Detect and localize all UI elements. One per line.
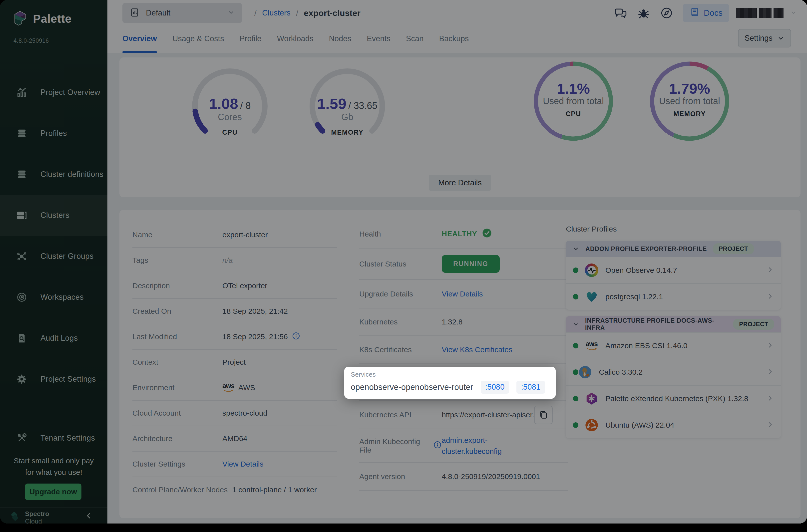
services-label: Services	[351, 370, 376, 378]
service-port-link-5081[interactable]: :5081	[517, 381, 545, 394]
app-window: Palette 4.8.0-250916 Project Overview	[0, 0, 807, 524]
service-name: openobserve-openobserve-router	[351, 382, 473, 392]
tour-dim-overlay	[0, 0, 807, 524]
service-port-link-5080[interactable]: :5080	[481, 381, 509, 394]
services-spotlight: Services openobserve-openobserve-router …	[344, 367, 556, 399]
